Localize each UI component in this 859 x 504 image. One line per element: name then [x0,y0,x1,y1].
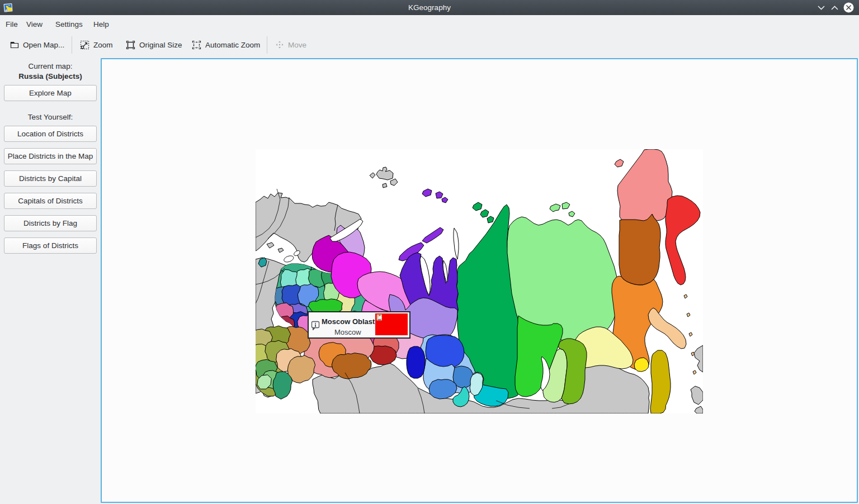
svg-text:Moscow Oblast: Moscow Oblast [322,317,375,326]
svg-text:Moscow: Moscow [334,328,361,336]
